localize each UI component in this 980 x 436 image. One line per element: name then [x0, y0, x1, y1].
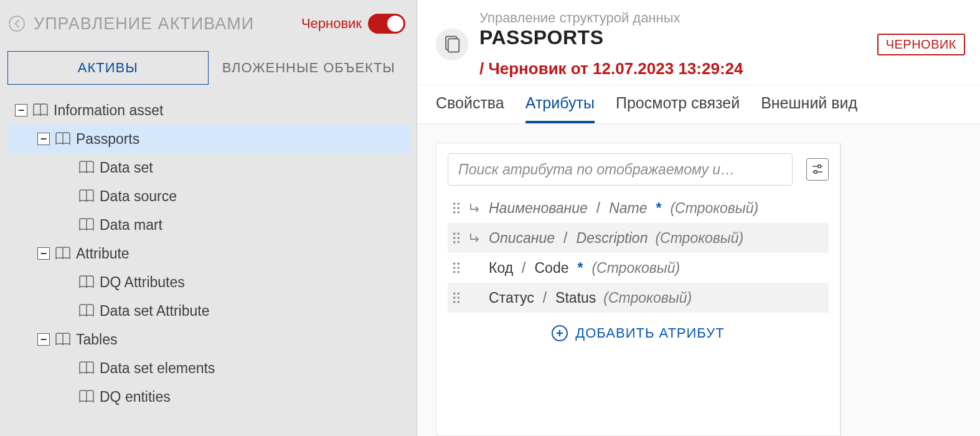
tree-item-label: Data mart [100, 217, 163, 234]
tree-item[interactable]: −Tables [7, 325, 410, 354]
tree-item[interactable]: Data set [7, 153, 410, 182]
drag-handle-icon [451, 232, 461, 244]
required-star-icon: * [576, 260, 584, 277]
documents-stack-icon [443, 35, 461, 54]
tree-expander[interactable]: − [37, 247, 50, 260]
attribute-type: (Строковый) [670, 200, 758, 217]
toggle-knob [387, 16, 403, 32]
svg-point-18 [453, 263, 456, 265]
tab-properties[interactable]: Свойства [436, 94, 504, 123]
draft-toggle-label: Черновик [301, 16, 362, 32]
svg-point-21 [458, 267, 460, 269]
attribute-type: (Строковый) [591, 260, 680, 277]
attribute-detail-pane [841, 143, 980, 436]
drag-handle-icon [451, 291, 461, 304]
tab-assets[interactable]: АКТИВЫ [7, 51, 209, 85]
sidebar-title: УПРАВЛЕНИЕ АКТИВАМИ [34, 14, 254, 34]
plus-circle-icon: + [552, 325, 568, 341]
svg-point-3 [818, 165, 821, 168]
tree-item[interactable]: −Information asset [7, 96, 410, 125]
tree-item[interactable]: DQ entities [7, 382, 410, 411]
sidebar: УПРАВЛЕНИЕ АКТИВАМИ Черновик АКТИВЫ ВЛОЖ… [0, 0, 417, 436]
tree-item-label: Data set [100, 159, 153, 176]
tree-item-label: Data set Attribute [100, 303, 209, 320]
tree-item[interactable]: Data source [7, 182, 410, 211]
attribute-name-ru: Описание [489, 230, 555, 247]
draft-toggle[interactable] [368, 14, 405, 34]
attribute-row[interactable]: Описание / Description (Строковый) [448, 223, 829, 253]
svg-point-27 [458, 296, 460, 299]
svg-point-9 [458, 207, 460, 209]
svg-point-22 [453, 271, 456, 273]
tab-nested-objects[interactable]: ВЛОЖЕННЫЕ ОБЪЕКТЫ [209, 51, 410, 85]
tree-expander[interactable]: − [15, 104, 27, 116]
attribute-name-en: Status [555, 290, 596, 306]
required-star-icon: * [654, 200, 662, 217]
breadcrumb: Управление структурой данных [479, 10, 866, 26]
tree-item[interactable]: Data mart [7, 211, 410, 239]
svg-point-19 [458, 263, 460, 265]
page-title: PASSPORTS [479, 26, 604, 49]
status-badge: ЧЕРНОВИК [877, 34, 965, 55]
svg-rect-1 [448, 39, 459, 52]
tree-item[interactable]: DQ Attributes [7, 268, 410, 296]
tab-relations[interactable]: Просмотр связей [616, 94, 740, 123]
svg-point-25 [458, 293, 460, 295]
asset-tree: −Information asset−PassportsData setData… [0, 87, 417, 417]
separator: / [521, 260, 527, 277]
tree-item[interactable]: Data set elements [7, 354, 410, 382]
filter-button[interactable] [806, 158, 829, 181]
separator: / [595, 200, 601, 217]
attribute-row[interactable]: Наименование / Name* (Строковый) [448, 193, 829, 223]
book-icon [55, 132, 71, 146]
chevron-left-icon [14, 19, 21, 28]
attribute-name-en: Code [535, 260, 569, 277]
drag-handle-icon [451, 202, 461, 214]
attribute-search-input[interactable] [448, 153, 793, 186]
tree-item[interactable]: Data set Attribute [7, 296, 410, 325]
separator: / [542, 290, 548, 306]
sidebar-tabs: АКТИВЫ ВЛОЖЕННЫЕ ОБЪЕКТЫ [0, 45, 417, 87]
tree-item[interactable]: −Attribute [7, 239, 410, 268]
attribute-name-ru: Статус [489, 290, 534, 306]
attribute-list: Наименование / Name* (Строковый)Описание… [448, 193, 829, 313]
book-icon [78, 275, 95, 289]
attribute-name-en: Name [609, 200, 647, 217]
tree-item-label: Data source [100, 188, 177, 205]
svg-point-10 [453, 211, 456, 214]
attribute-row[interactable]: Код / Code* (Строковый) [448, 253, 829, 283]
book-icon [32, 103, 49, 117]
add-attribute-label: ДОБАВИТЬ АТРИБУТ [575, 325, 724, 341]
svg-point-14 [453, 237, 456, 239]
tree-expander[interactable]: − [37, 333, 50, 346]
back-button[interactable] [9, 16, 25, 32]
svg-point-13 [458, 233, 460, 235]
tree-expander [61, 219, 73, 231]
separator: / [562, 230, 568, 247]
tree-item-label: Attribute [76, 245, 130, 262]
tree-item-label: Information asset [54, 102, 163, 119]
drag-handle-icon [451, 262, 461, 274]
svg-point-20 [453, 267, 456, 269]
tree-item-label: Data set elements [100, 360, 215, 377]
tree-item-label: DQ Attributes [100, 274, 185, 291]
tree-expander[interactable]: − [37, 133, 50, 145]
book-icon [78, 390, 95, 404]
tree-item-label: DQ entities [100, 389, 171, 405]
draft-toggle-group: Черновик [301, 14, 405, 34]
attribute-name-ru: Код [489, 260, 513, 277]
attribute-row[interactable]: Статус / Status (Строковый) [448, 283, 829, 313]
attribute-type: (Строковый) [603, 290, 692, 306]
main-body: Наименование / Name* (Строковый)Описание… [417, 124, 980, 436]
book-icon [78, 189, 95, 203]
tree-item[interactable]: −Passports [7, 125, 410, 153]
inherited-arrow-icon [469, 202, 481, 214]
attribute-type: (Строковый) [655, 230, 743, 247]
tab-appearance[interactable]: Внешний вид [761, 94, 857, 123]
book-icon [78, 361, 95, 375]
book-icon [55, 333, 71, 346]
sidebar-header: УПРАВЛЕНИЕ АКТИВАМИ Черновик [0, 0, 417, 45]
entity-icon [436, 28, 468, 60]
tab-attributes[interactable]: Атрибуты [525, 94, 595, 123]
add-attribute-button[interactable]: + ДОБАВИТЬ АТРИБУТ [448, 313, 829, 341]
